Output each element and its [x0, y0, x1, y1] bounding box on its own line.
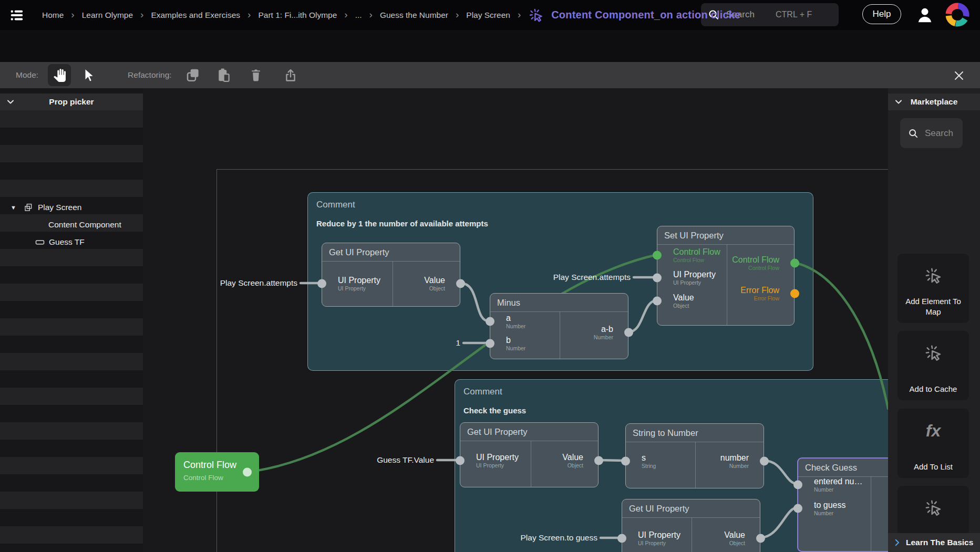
output-port-error-flow[interactable] [790, 289, 799, 298]
output-port[interactable] [756, 534, 765, 543]
breadcrumb-part1[interactable]: Part 1: Fi...ith Olympe [258, 11, 337, 20]
input-port-entered-number[interactable] [793, 481, 802, 489]
marketplace-card-add-element-to-map[interactable]: Add Element To Map [898, 254, 969, 323]
footer-label: Learn The Basics [906, 538, 973, 547]
port-label: a-b [601, 325, 613, 334]
port-label: Control Flow [673, 247, 720, 257]
node-title: Get UI Property [622, 499, 760, 518]
marketplace-header: Marketplace [888, 93, 980, 110]
input-port-ui-property[interactable] [653, 274, 662, 283]
marketplace-search-input[interactable] [924, 128, 963, 139]
learn-the-basics-bar[interactable]: Learn The Basics [888, 533, 980, 552]
port-type: Object [673, 303, 694, 309]
breadcrumb-home[interactable]: Home [42, 11, 64, 20]
cursor-click-icon [924, 342, 943, 363]
comment-text: Check the guess [463, 406, 888, 415]
breadcrumb-examples[interactable]: Examples and Exercises [151, 11, 240, 20]
prop-picker-title: Prop picker [16, 97, 127, 107]
input-port-a[interactable] [486, 317, 494, 326]
marketplace-search-box[interactable] [900, 118, 963, 148]
node-control-flow[interactable]: Control Flow Control Flow [175, 452, 259, 492]
output-port[interactable] [760, 457, 769, 466]
input-port[interactable] [617, 534, 626, 543]
prop-picker-rows [0, 110, 143, 552]
expander-triangle-icon[interactable]: ▼ [11, 204, 16, 211]
port-type: UI Property [673, 280, 716, 286]
port-label: Value [724, 530, 745, 540]
input-port-to-guess[interactable] [793, 504, 802, 513]
marketplace-card-add-to-cache[interactable]: Add to Cache [898, 331, 969, 400]
port-label: a [506, 314, 525, 323]
marketplace-panel: Marketplace Add Element To Map Add to [888, 88, 980, 552]
node-string-to-number[interactable]: String to Number s String number Number [625, 423, 764, 488]
hamburger-menu-icon[interactable] [7, 6, 26, 25]
output-port-control-flow[interactable] [243, 468, 252, 477]
chevron-down-icon[interactable] [5, 97, 16, 107]
comment-title: Comment [316, 200, 813, 210]
port-type: Number [729, 463, 749, 470]
node-type: Control Flow [183, 474, 223, 482]
port-type: Number [506, 324, 525, 330]
breadcrumb-ellipsis[interactable]: ... [355, 11, 362, 20]
page-title: Content Component_on action clicke [551, 9, 740, 21]
chevron-right-icon: › [456, 9, 459, 19]
node-minus[interactable]: Minus a Number b Number a-b Number [490, 293, 628, 359]
input-port[interactable] [621, 457, 630, 466]
breadcrumb-learn-olympe[interactable]: Learn Olympe [82, 11, 133, 20]
chevron-right-icon: › [140, 9, 143, 19]
output-port[interactable] [624, 328, 633, 337]
output-port[interactable] [594, 456, 603, 465]
port-type: Object [429, 286, 445, 292]
node-label: Control Flow [183, 460, 236, 471]
input-port-b[interactable] [486, 339, 494, 348]
input-port-control-flow[interactable] [653, 251, 662, 260]
node-get-ui-property-3[interactable]: Get UI Property UI Property UI Property … [622, 499, 760, 552]
tree-item-guess-tf[interactable]: Guess TF [0, 233, 143, 251]
output-port[interactable] [456, 279, 465, 288]
card-label: Add To List [914, 462, 953, 472]
component-icon [24, 203, 33, 212]
node-set-ui-property[interactable]: Set UI Property Control Flow Control Flo… [657, 226, 795, 326]
port-type: UI Property [338, 286, 380, 292]
node-get-ui-property-1[interactable]: Get UI Property UI Property UI Property … [322, 243, 460, 307]
tree-item-content-component[interactable]: Content Component [0, 216, 143, 233]
chevron-right-icon: › [247, 9, 251, 19]
breadcrumb-guess-the-number[interactable]: Guess the Number [380, 11, 448, 20]
port-type: Number [814, 511, 845, 517]
breadcrumb-play-screen[interactable]: Play Screen [466, 11, 510, 20]
marketplace-card-add-to-list-fx[interactable]: fx Add To List [898, 409, 969, 478]
output-port-control-flow[interactable] [790, 259, 799, 268]
duplicate-button[interactable] [184, 67, 201, 84]
tree-item-play-screen[interactable]: ▼ Play Screen [0, 199, 143, 216]
flow-canvas[interactable]: Comment Reduce by 1 the number of availa… [143, 88, 888, 552]
port-label: entered nu… [814, 477, 863, 486]
port-type: Error Flow [754, 296, 779, 302]
select-tool-button[interactable] [77, 64, 100, 86]
mode-label: Mode: [16, 70, 38, 80]
input-port-value[interactable] [653, 297, 662, 306]
editor-toolbar: Mode: Refactoring: [0, 62, 980, 88]
chevron-right-icon: › [518, 9, 521, 19]
cursor-click-icon [924, 497, 943, 518]
paste-button[interactable] [215, 67, 232, 84]
input-port[interactable] [456, 456, 465, 465]
user-avatar-icon[interactable] [915, 5, 935, 25]
breadcrumb: Home › Learn Olympe › Examples and Exerc… [42, 7, 740, 23]
chevron-down-icon[interactable] [893, 97, 904, 107]
help-button[interactable]: Help [862, 4, 901, 24]
pan-tool-button[interactable] [48, 64, 71, 86]
search-icon [907, 128, 919, 139]
node-check-guess[interactable]: Check Guess entered nu… Number to guess … [797, 457, 888, 552]
prop-picker-header: Prop picker [0, 93, 143, 110]
value-label-attempts: Play Screen.attempts [203, 277, 297, 289]
search-shortcut-hint: CTRL + F [776, 10, 812, 19]
hand-icon [53, 69, 66, 82]
delete-button[interactable] [247, 67, 264, 84]
node-get-ui-property-2[interactable]: Get UI Property UI Property UI Property … [460, 422, 599, 487]
close-button[interactable] [952, 68, 966, 83]
node-title: String to Number [626, 424, 764, 442]
export-button[interactable] [282, 67, 299, 84]
node-title: Set UI Property [657, 226, 794, 245]
app-window: Home › Learn Olympe › Examples and Exerc… [0, 0, 980, 552]
input-port[interactable] [317, 279, 326, 288]
